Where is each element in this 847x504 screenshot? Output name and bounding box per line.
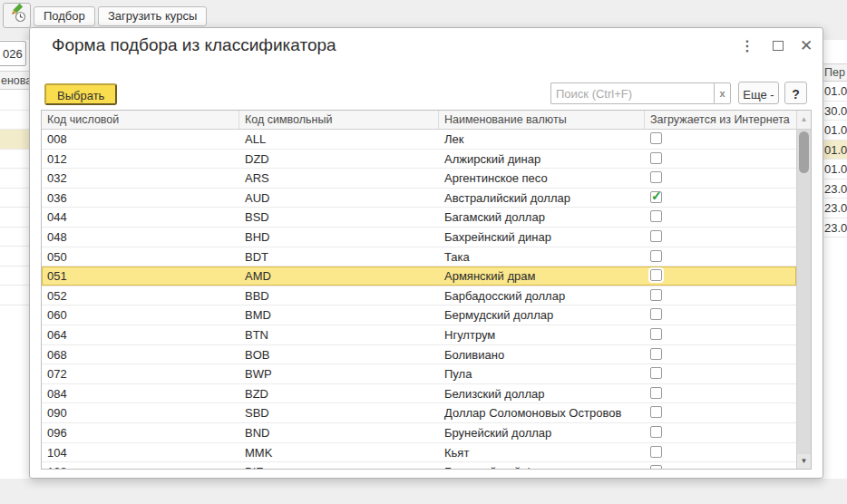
cell-name: Австралийский доллар [439, 189, 645, 208]
table-row[interactable]: 012DZDАлжирский динар [42, 150, 796, 170]
scroll-down-button[interactable]: ▼ [797, 454, 811, 469]
checkbox-unchecked[interactable] [650, 250, 662, 262]
cell-num: 012 [42, 150, 239, 169]
peek-period-row: 01.0 [823, 82, 847, 102]
checkbox-unchecked[interactable] [650, 426, 662, 438]
table-row[interactable]: 068BOBБоливиано [42, 345, 796, 365]
window-menu-button[interactable]: ⋮ [737, 36, 757, 54]
cell-num: 104 [42, 443, 239, 462]
cell-num: 044 [42, 208, 239, 227]
peek-row [0, 286, 30, 305]
column-header-numeric-code[interactable]: Код числовой [42, 111, 239, 129]
table-row[interactable]: 036AUDАвстралийский доллар✓ [42, 189, 796, 208]
cell-name: Аргентинское песо [439, 169, 645, 188]
peek-name-column-header: енова [0, 71, 30, 90]
table-row[interactable]: 048BHDБахрейнский динар [42, 228, 796, 247]
column-header-symbolic-code[interactable]: Код символьный [239, 111, 439, 129]
checkbox-unchecked[interactable] [650, 289, 662, 301]
checkbox-unchecked[interactable] [650, 152, 662, 164]
peek-rows [0, 91, 30, 305]
help-button[interactable]: ? [784, 82, 807, 104]
edit-periodic-button[interactable] [3, 3, 31, 28]
checkbox-unchecked[interactable] [650, 465, 662, 469]
select-button[interactable]: Выбрать [44, 83, 117, 105]
checkbox-unchecked[interactable] [650, 367, 662, 379]
peek-row [0, 130, 30, 150]
table-row[interactable]: 090SBDДоллар Соломоновых Островов [42, 403, 796, 423]
table-row[interactable]: 096BNDБрунейский доллар [42, 423, 796, 443]
peek-row [0, 208, 30, 228]
cell-name: Алжирский динар [439, 150, 645, 169]
cell-internet-load [645, 423, 796, 442]
cell-sym: BWP [239, 364, 439, 383]
cell-name: Армянский драм [439, 267, 645, 286]
cell-internet-load [645, 364, 796, 383]
cell-sym: MMK [239, 443, 439, 462]
peek-period-rows: 01.030.001.001.001.023.023.023.0 [823, 82, 847, 237]
table-scrollbar[interactable]: ▼ [796, 130, 811, 469]
close-icon: ✕ [800, 36, 813, 55]
peek-row [0, 228, 30, 247]
peek-row [0, 169, 30, 189]
maximize-button[interactable] [768, 36, 788, 54]
cell-sym: BND [239, 423, 439, 442]
checkbox-unchecked[interactable] [650, 406, 662, 418]
cell-sym: DZD [239, 150, 439, 169]
checkbox-checked[interactable]: ✓ [650, 191, 662, 203]
search-input[interactable] [550, 82, 714, 104]
cell-name: Нгултрум [439, 325, 645, 344]
cell-sym: BTN [239, 325, 439, 344]
cell-name: Доллар Соломоновых Островов [439, 403, 645, 422]
table-row[interactable]: 104MMKКьят [42, 443, 796, 463]
scroll-thumb[interactable] [799, 131, 809, 173]
scroll-up-button[interactable]: ▲ [796, 111, 811, 129]
checkbox-unchecked[interactable] [650, 230, 662, 242]
search-clear-button[interactable]: x [714, 82, 731, 104]
table-row[interactable]: 050BDTТака [42, 247, 796, 267]
checkbox-unchecked[interactable] [650, 387, 662, 399]
cell-internet-load [645, 305, 796, 325]
checkbox-unchecked[interactable] [650, 210, 662, 222]
podbor-button[interactable]: Подбор [34, 6, 95, 26]
close-button[interactable]: ✕ [796, 36, 816, 54]
table-header: Код числовой Код символьный Наименование… [42, 111, 811, 130]
checkbox-unchecked[interactable] [650, 132, 662, 144]
column-header-internet-load[interactable]: Загружается из Интернета [645, 111, 796, 129]
table-row[interactable]: 032ARSАргентинское песо [42, 169, 796, 189]
table-row[interactable]: 060BMDБермудский доллар [42, 305, 796, 325]
dialog-title: Форма подбора из классификатора [52, 35, 336, 55]
cell-internet-load [645, 462, 796, 469]
peek-period-row: 01.0 [823, 121, 847, 141]
column-header-currency-name[interactable]: Наименование валюты [439, 111, 645, 129]
checkbox-unchecked[interactable] [650, 308, 662, 320]
cell-name: Лек [439, 130, 645, 149]
table-row[interactable]: 072BWPПула [42, 364, 796, 384]
cell-internet-load [645, 228, 796, 247]
checkbox-unchecked[interactable] [650, 446, 662, 458]
chevron-up-icon: ▲ [801, 115, 808, 123]
table-row[interactable]: 052BBDБарбадосский доллар [42, 286, 796, 306]
peek-row [0, 267, 30, 286]
table-row[interactable]: 064BTNНгултрум [42, 325, 796, 345]
table-row[interactable]: 108BIFБурундийский франк [42, 462, 796, 469]
currency-table: Код числовой Код символьный Наименование… [41, 110, 812, 470]
checkbox-unchecked[interactable] [650, 171, 662, 183]
table-row[interactable]: 084BZDБелизский доллар [42, 384, 796, 404]
load-rates-button[interactable]: Загрузить курсы [98, 6, 207, 26]
kebab-menu-icon: ⋮ [740, 37, 755, 54]
table-row[interactable]: 044BSDБагамский доллар [42, 208, 796, 228]
checkbox-unchecked[interactable] [650, 328, 662, 340]
more-button[interactable]: Еще - [738, 82, 779, 104]
checkbox-unchecked[interactable] [650, 269, 662, 281]
peek-date-field[interactable]: 026 [0, 41, 26, 66]
cell-name: Кьят [439, 443, 645, 462]
maximize-icon [773, 41, 784, 51]
cell-sym: BOB [239, 345, 439, 364]
cell-num: 036 [42, 189, 239, 208]
cell-internet-load [645, 247, 796, 267]
cell-internet-load [645, 443, 796, 462]
checkbox-unchecked[interactable] [650, 348, 662, 360]
table-row[interactable]: 051AMDАрмянский драм [42, 267, 796, 286]
table-row[interactable]: 008ALLЛек [42, 130, 796, 150]
chevron-down-icon: ▼ [801, 457, 808, 465]
